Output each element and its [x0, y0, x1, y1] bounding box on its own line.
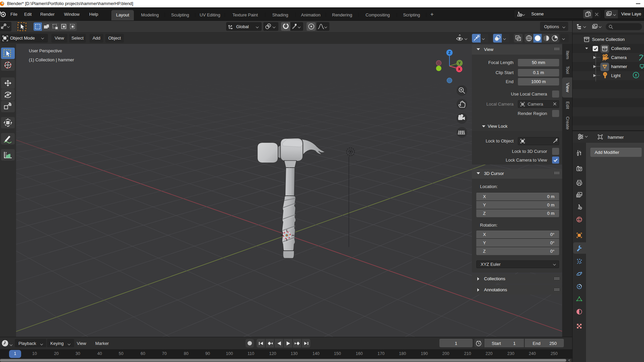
- svg-text:X: X: [458, 67, 461, 71]
- svg-text:Z: Z: [448, 51, 451, 55]
- svg-text:Y: Y: [458, 61, 461, 65]
